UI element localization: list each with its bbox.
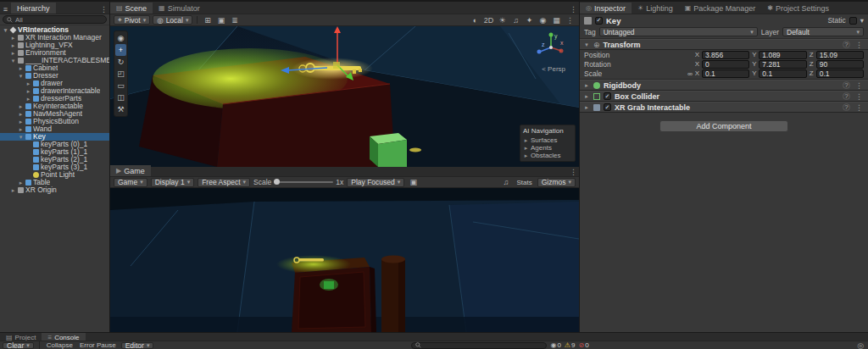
tag-dropdown[interactable]: Untagged ▾	[599, 27, 758, 36]
expand-arrow-icon[interactable]: ▸	[18, 110, 24, 118]
tree-item[interactable]: ▸ dresserParts	[0, 95, 109, 102]
scale-slider-knob[interactable]	[274, 179, 280, 185]
shading-mode-icon[interactable]: ◐	[470, 15, 481, 25]
expand-arrow-icon[interactable]: ▸	[18, 102, 24, 110]
tab-hierarchy[interactable]: Hierarchy	[11, 3, 56, 14]
tree-item[interactable]: keyParts (0)_1	[0, 141, 109, 148]
tree-item[interactable]: ▸ Lightning_VFX	[0, 42, 109, 49]
ai-navigation-title[interactable]: AI Navigation	[523, 127, 572, 135]
box-collider-component-header[interactable]: ▸ ✓ Box Collider ? ⋮	[580, 91, 868, 102]
tab-project-settings[interactable]: ✱ Project Settings	[761, 3, 835, 14]
rect-tool-icon[interactable]: ▭	[115, 80, 126, 91]
status-activity-icon[interactable]: ◎	[855, 341, 865, 349]
component-enabled-checkbox[interactable]: ✓	[604, 92, 611, 100]
rotation-z-field[interactable]: 90	[816, 60, 864, 69]
xr-grab-interactable-component-header[interactable]: ▸ ✓ XR Grab Interactable ? ⋮	[580, 102, 868, 113]
console-search-input[interactable]	[411, 342, 547, 349]
tab-inspector[interactable]: ◎ Inspector	[580, 3, 632, 14]
pivot-dropdown[interactable]: ⌖ Pivot ▾	[114, 15, 150, 25]
layer-dropdown[interactable]: Default ▾	[782, 27, 864, 36]
tab-package-manager[interactable]: ▣ Package Manager	[679, 3, 762, 14]
scene-lighting-icon[interactable]: ☀	[497, 15, 508, 25]
expand-arrow-icon[interactable]: ▾	[3, 26, 8, 34]
editor-dropdown[interactable]: Editor ▾	[121, 342, 154, 349]
scale-link-icon[interactable]: ∞	[687, 69, 693, 78]
ai-navigation-item[interactable]: ▸ Obstacles	[523, 152, 572, 159]
component-enabled-checkbox[interactable]: ✓	[604, 103, 611, 111]
fold-arrow-icon[interactable]: ▸	[583, 93, 590, 100]
tree-item[interactable]: ▾ Dresser	[0, 72, 109, 80]
help-icon[interactable]: ?	[843, 92, 850, 100]
scale-y-field[interactable]: 0.1	[759, 69, 806, 78]
tree-item[interactable]: ▾ ____INTERACTABLESMESHES	[0, 57, 109, 64]
expand-arrow-icon[interactable]: ▸	[18, 64, 24, 72]
game-viewport[interactable]	[110, 188, 579, 332]
component-menu-icon[interactable]: ⋮	[854, 41, 865, 49]
expand-arrow-icon[interactable]: ▸	[10, 34, 16, 42]
fold-arrow-icon[interactable]: ▸	[583, 82, 590, 89]
active-checkbox[interactable]: ✓	[595, 17, 603, 25]
tree-item[interactable]: Point Light	[0, 171, 109, 179]
help-icon[interactable]: ?	[843, 103, 850, 111]
snap-settings-icon[interactable]: ▣	[215, 15, 226, 25]
2d-toggle[interactable]: 2D	[483, 15, 494, 25]
tab-scene[interactable]: ▤ Scene	[110, 3, 153, 14]
panel-menu-icon[interactable]: ≡	[0, 4, 11, 14]
expand-arrow-icon[interactable]: ▸	[25, 87, 31, 95]
help-icon[interactable]: ?	[843, 41, 850, 48]
error-pause-button[interactable]: Error Pause	[78, 341, 118, 349]
display-dropdown[interactable]: Display 1 ▾	[151, 178, 194, 187]
rotation-y-field[interactable]: 7.281	[759, 60, 806, 69]
scene-effects-icon[interactable]: ✦	[524, 15, 535, 25]
custom-tool-icon[interactable]: ⚒	[115, 103, 126, 115]
info-count[interactable]: ◉ 0	[550, 341, 560, 349]
help-icon[interactable]: ?	[843, 81, 850, 89]
position-y-field[interactable]: 1.089	[759, 51, 806, 59]
local-dropdown[interactable]: ◎ Local ▾	[153, 15, 192, 25]
rotation-x-field[interactable]: 0	[702, 60, 749, 69]
aspect-dropdown[interactable]: Free Aspect ▾	[198, 178, 250, 187]
transform-tool-icon[interactable]: ◫	[115, 91, 126, 103]
transform-component-header[interactable]: ▾ ⊕ Transform ? ⋮	[580, 39, 868, 50]
scale-x-field[interactable]: 0.1	[702, 69, 749, 78]
fold-arrow-icon[interactable]: ▸	[583, 104, 590, 111]
play-focused-dropdown[interactable]: Play Focused ▾	[347, 178, 404, 187]
tree-item[interactable]: keyParts (1)_1	[0, 148, 109, 156]
component-menu-icon[interactable]: ⋮	[854, 103, 865, 112]
tree-item[interactable]: ▸ NavMeshAgent	[0, 110, 109, 118]
warning-count[interactable]: ⚠ 9	[565, 341, 576, 349]
expand-arrow-icon[interactable]: ▸	[25, 80, 31, 87]
static-dropdown-icon[interactable]: ▾	[860, 16, 864, 25]
hierarchy-search-input[interactable]: All	[3, 15, 107, 24]
fold-arrow-icon[interactable]: ▾	[583, 42, 590, 48]
rigidbody-component-header[interactable]: ▸ Rigidbody ? ⋮	[580, 80, 868, 91]
scale-slider-track[interactable]	[274, 181, 333, 183]
tree-item[interactable]: ▾ VRInteractions	[0, 26, 109, 34]
scene-tab-more-icon[interactable]: ⋮	[568, 5, 579, 14]
component-menu-icon[interactable]: ⋮	[854, 81, 865, 90]
tree-item[interactable]: ▸ KeyInteractable	[0, 102, 109, 110]
scale-tool-icon[interactable]: ◰	[115, 68, 126, 80]
tree-item[interactable]: keyParts (2)_1	[0, 156, 109, 163]
hierarchy-more-icon[interactable]: ⋮	[98, 5, 109, 14]
expand-arrow-icon[interactable]: ▸	[25, 95, 31, 102]
game-view-dropdown[interactable]: Game ▾	[114, 178, 147, 187]
scene-toolbar-more-icon[interactable]: ⋮	[565, 16, 576, 25]
error-count[interactable]: ⊘ 0	[578, 341, 588, 349]
move-tool-icon[interactable]: +	[115, 44, 126, 56]
tree-item[interactable]: keyParts (3)_1	[0, 163, 109, 171]
component-menu-icon[interactable]: ⋮	[854, 92, 865, 101]
gameobject-name[interactable]: Key	[606, 16, 620, 25]
expand-arrow-icon[interactable]: ▸	[10, 42, 16, 49]
tree-item[interactable]: ▸ Environment	[0, 49, 109, 57]
view-tool-icon[interactable]: ◉	[115, 32, 126, 44]
tree-item[interactable]: ▸ drawerInteractable	[0, 87, 109, 95]
game-tab-more-icon[interactable]: ⋮	[568, 168, 579, 176]
expand-arrow-icon[interactable]: ▾	[10, 57, 16, 64]
increment-snap-icon[interactable]: ≣	[229, 15, 240, 25]
ai-navigation-item[interactable]: ▸ Agents	[523, 144, 572, 152]
static-checkbox[interactable]	[849, 17, 857, 25]
collapse-button[interactable]: Collapse	[45, 341, 75, 349]
tree-item[interactable]: ▸ PhysicsButton	[0, 118, 109, 125]
scene-audio-icon[interactable]: ♫	[510, 15, 521, 25]
